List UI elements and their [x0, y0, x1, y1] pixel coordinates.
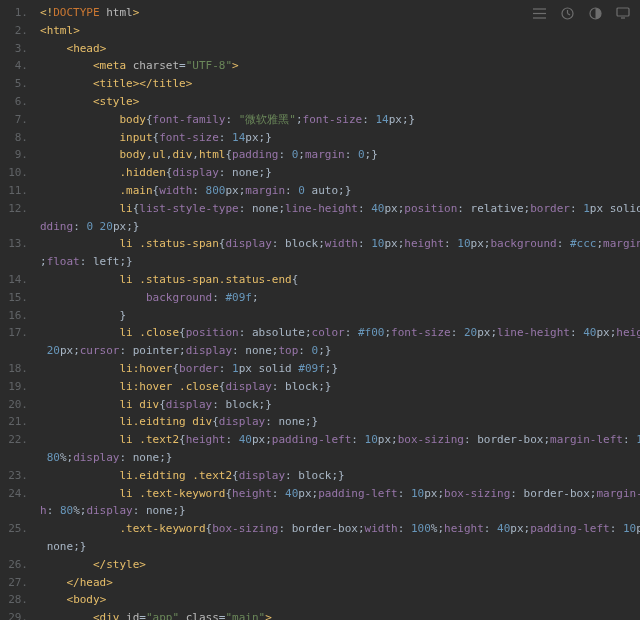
line-number: 3.	[0, 40, 28, 58]
code-line[interactable]: .text-keyword{box-sizing: border-box;wid…	[40, 520, 640, 538]
code-line[interactable]: <title></title>	[40, 75, 640, 93]
line-number: 26.	[0, 556, 28, 574]
code-line[interactable]: li.eidting div{display: none;}	[40, 413, 640, 431]
code-line[interactable]: body,ul,div,html{padding: 0;margin: 0;}	[40, 146, 640, 164]
code-line[interactable]: <body>	[40, 591, 640, 609]
list-icon[interactable]	[532, 6, 546, 20]
line-number: 13.	[0, 235, 28, 253]
line-number: 4.	[0, 57, 28, 75]
monitor-icon[interactable]	[616, 6, 630, 20]
line-number: 6.	[0, 93, 28, 111]
code-line[interactable]: background: #09f;	[40, 289, 640, 307]
line-number: 9.	[0, 146, 28, 164]
line-number: 1.	[0, 4, 28, 22]
code-line[interactable]: .hidden{display: none;}	[40, 164, 640, 182]
line-number: 23.	[0, 467, 28, 485]
code-line[interactable]: </style>	[40, 556, 640, 574]
line-number: 19.	[0, 378, 28, 396]
code-line[interactable]: h: 80%;display: none;}	[40, 502, 640, 520]
code-line[interactable]: li .text2{height: 40px;padding-left: 10p…	[40, 431, 640, 449]
line-number: 16.	[0, 307, 28, 325]
line-number	[0, 449, 28, 467]
line-number-gutter: 1.2.3.4.5.6.7.8.9.10.11.12. 13. 14.15.16…	[0, 0, 36, 620]
line-number: 24.	[0, 485, 28, 503]
code-line[interactable]: 80%;display: none;}	[40, 449, 640, 467]
line-number: 29.	[0, 609, 28, 620]
code-line[interactable]: li:hover{border: 1px solid #09f;}	[40, 360, 640, 378]
code-line[interactable]: input{font-size: 14px;}	[40, 129, 640, 147]
code-line[interactable]: <style>	[40, 93, 640, 111]
line-number: 12.	[0, 200, 28, 218]
line-number	[0, 502, 28, 520]
line-number	[0, 218, 28, 236]
line-number: 7.	[0, 111, 28, 129]
code-line[interactable]: li.eidting .text2{display: block;}	[40, 467, 640, 485]
line-number: 8.	[0, 129, 28, 147]
editor-toolbar	[532, 6, 630, 20]
code-line[interactable]: </head>	[40, 574, 640, 592]
line-number: 21.	[0, 413, 28, 431]
code-line[interactable]: ;float: left;}	[40, 253, 640, 271]
code-line[interactable]: .main{width: 800px;margin: 0 auto;}	[40, 182, 640, 200]
line-number: 15.	[0, 289, 28, 307]
code-line[interactable]: li div{display: block;}	[40, 396, 640, 414]
line-number: 10.	[0, 164, 28, 182]
line-number: 25.	[0, 520, 28, 538]
code-line[interactable]: li{list-style-type: none;line-height: 40…	[40, 200, 640, 218]
line-number: 17.	[0, 324, 28, 342]
code-line[interactable]: <html>	[40, 22, 640, 40]
code-content[interactable]: <!DOCTYPE html><html> <head> <meta chars…	[36, 0, 640, 620]
code-line[interactable]: li .close{position: absolute;color: #f00…	[40, 324, 640, 342]
code-editor[interactable]: 1.2.3.4.5.6.7.8.9.10.11.12. 13. 14.15.16…	[0, 0, 640, 620]
line-number	[0, 538, 28, 556]
line-number	[0, 253, 28, 271]
code-line[interactable]: li:hover .close{display: block;}	[40, 378, 640, 396]
code-line[interactable]: <head>	[40, 40, 640, 58]
line-number: 5.	[0, 75, 28, 93]
code-line[interactable]: }	[40, 307, 640, 325]
code-line[interactable]: dding: 0 20px;}	[40, 218, 640, 236]
svg-line-5	[567, 13, 570, 15]
code-line[interactable]: 20px;cursor: pointer;display: none;top: …	[40, 342, 640, 360]
contrast-icon[interactable]	[588, 6, 602, 20]
code-line[interactable]: body{font-family: "微软雅黑";font-size: 14px…	[40, 111, 640, 129]
code-line[interactable]: li .status-span{display: block;width: 10…	[40, 235, 640, 253]
line-number: 28.	[0, 591, 28, 609]
code-line[interactable]: li .text-keyword{height: 40px;padding-le…	[40, 485, 640, 503]
line-number: 27.	[0, 574, 28, 592]
line-number	[0, 342, 28, 360]
code-line[interactable]: <meta charset="UTF-8">	[40, 57, 640, 75]
code-line[interactable]: <div id="app" class="main">	[40, 609, 640, 620]
line-number: 14.	[0, 271, 28, 289]
line-number: 18.	[0, 360, 28, 378]
line-number: 22.	[0, 431, 28, 449]
line-number: 11.	[0, 182, 28, 200]
line-number: 20.	[0, 396, 28, 414]
clock-icon[interactable]	[560, 6, 574, 20]
line-number: 2.	[0, 22, 28, 40]
code-line[interactable]: none;}	[40, 538, 640, 556]
code-line[interactable]: li .status-span.status-end{	[40, 271, 640, 289]
svg-rect-7	[617, 8, 629, 16]
